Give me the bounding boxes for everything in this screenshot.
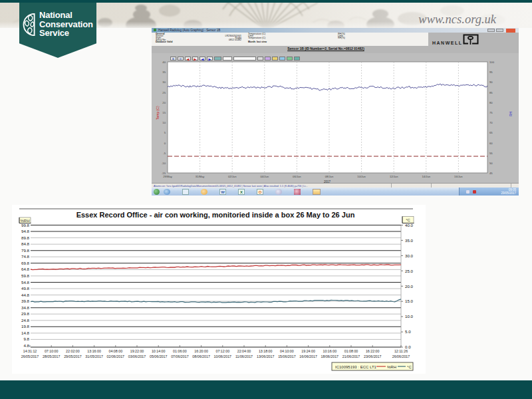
svg-text:04/Jun: 04/Jun	[261, 175, 269, 178]
svg-text:4.8: 4.8	[23, 343, 29, 348]
svg-text:15: 15	[162, 111, 166, 114]
svg-text:64.8: 64.8	[21, 267, 30, 271]
svg-text:9.8: 9.8	[23, 336, 29, 341]
svg-text:14/Jun: 14/Jun	[422, 175, 431, 178]
svg-text:15/06/2017: 15/06/2017	[278, 354, 296, 358]
svg-text:20.0: 20.0	[405, 284, 414, 289]
svg-text:04:10:00: 04:10:00	[280, 349, 294, 353]
svg-text:03/06/2017: 03/06/2017	[128, 354, 146, 358]
svg-text:31/May: 31/May	[196, 175, 205, 178]
svg-text:16:20:00: 16:20:00	[194, 349, 208, 353]
svg-text:40.0: 40.0	[405, 223, 414, 227]
svg-text:35: 35	[162, 70, 166, 74]
svg-text:50: 50	[489, 162, 493, 165]
svg-text:19:22:00: 19:22:00	[130, 349, 144, 353]
svg-text:01:06:00: 01:06:00	[173, 349, 187, 353]
svg-text:08/Jun: 08/Jun	[325, 175, 334, 178]
svg-text:13:16:00: 13:16:00	[87, 349, 101, 353]
svg-text:30.0: 30.0	[405, 253, 414, 258]
svg-text:26/06/2017: 26/06/2017	[392, 354, 410, 358]
svg-text:19:24:00: 19:24:00	[301, 349, 315, 353]
svg-text:°C: °C	[407, 365, 412, 369]
svg-text:23/06/2017: 23/06/2017	[364, 354, 382, 358]
svg-text:94.8: 94.8	[21, 229, 30, 233]
svg-text:69.8: 69.8	[21, 261, 30, 265]
svg-text:11/06/2017: 11/06/2017	[235, 354, 253, 358]
svg-text:-5: -5	[163, 152, 166, 155]
svg-text:%RH: %RH	[387, 365, 396, 369]
svg-text:34.8: 34.8	[21, 305, 30, 310]
svg-text:28/05/2017: 28/05/2017	[43, 354, 61, 358]
svg-text:20: 20	[162, 101, 166, 104]
svg-text:95: 95	[489, 70, 493, 74]
svg-text:74.8: 74.8	[21, 254, 30, 259]
svg-text:80: 80	[489, 101, 493, 104]
svg-text:39.8: 39.8	[21, 299, 30, 303]
svg-text:24.8: 24.8	[21, 318, 30, 323]
svg-text:19.8: 19.8	[21, 324, 30, 329]
svg-text:10/Jun: 10/Jun	[357, 175, 366, 178]
svg-text:100: 100	[489, 61, 495, 64]
svg-text:25.0: 25.0	[405, 269, 414, 273]
svg-text:10.0: 10.0	[405, 314, 414, 319]
svg-text:16/Jun: 16/Jun	[454, 175, 463, 178]
svg-text:07:10:00: 07:10:00	[45, 349, 59, 353]
svg-text:14:31:12: 14:31:12	[23, 349, 37, 353]
svg-text:12/Jun: 12/Jun	[390, 175, 398, 178]
svg-text:06/Jun: 06/Jun	[293, 175, 301, 178]
svg-text:22:02:00: 22:02:00	[66, 349, 80, 353]
svg-text:IC10095193 : ECC LT1: IC10095193 : ECC LT1	[335, 365, 377, 369]
svg-text:35.0: 35.0	[405, 238, 414, 243]
svg-text:45: 45	[489, 172, 493, 175]
svg-text:90: 90	[489, 80, 493, 84]
svg-text:°C: °C	[406, 218, 410, 222]
svg-text:10/06/2017: 10/06/2017	[214, 354, 232, 358]
svg-text:99.8: 99.8	[21, 223, 30, 227]
svg-text:RH: RH	[509, 111, 513, 116]
svg-text:01:08:00: 01:08:00	[344, 349, 358, 353]
svg-text:15.0: 15.0	[405, 299, 414, 303]
svg-text:29.8: 29.8	[21, 311, 30, 316]
svg-text:5: 5	[164, 131, 166, 134]
svg-text:08/06/2017: 08/06/2017	[192, 354, 210, 358]
svg-text:10:14:00: 10:14:00	[152, 349, 166, 353]
svg-text:59.8: 59.8	[21, 273, 30, 278]
svg-text:13/06/2017: 13/06/2017	[257, 354, 275, 358]
svg-text:31/05/2017: 31/05/2017	[85, 354, 103, 358]
svg-text:04:08:00: 04:08:00	[108, 349, 122, 353]
svg-text:02/06/2017: 02/06/2017	[107, 354, 125, 358]
svg-text:29/05/2017: 29/05/2017	[64, 354, 82, 358]
svg-text:70: 70	[489, 121, 493, 124]
svg-text:Essex Record Office - air con: Essex Record Office - air con working, m…	[76, 211, 355, 219]
svg-text:10: 10	[162, 121, 166, 124]
svg-text:16:22:00: 16:22:00	[366, 349, 380, 353]
svg-text:13:18:00: 13:18:00	[259, 349, 273, 353]
svg-text:07/06/2017: 07/06/2017	[171, 354, 189, 358]
svg-text:89.8: 89.8	[21, 235, 30, 240]
svg-text:40: 40	[162, 61, 166, 64]
svg-text:Temp (C): Temp (C)	[156, 106, 160, 120]
svg-text:79.8: 79.8	[21, 248, 30, 253]
svg-text:60: 60	[489, 142, 493, 145]
svg-text:55: 55	[489, 152, 493, 155]
svg-text:16/06/2017: 16/06/2017	[299, 354, 317, 358]
svg-text:02/Jun: 02/Jun	[228, 175, 237, 178]
svg-text:10:16:00: 10:16:00	[323, 349, 336, 353]
svg-text:22:04:00: 22:04:00	[237, 349, 251, 353]
svg-text:18/06/2017: 18/06/2017	[321, 354, 339, 358]
svg-text:54.8: 54.8	[21, 280, 30, 285]
svg-text:5.0: 5.0	[405, 329, 411, 334]
svg-text:85: 85	[489, 91, 493, 94]
svg-text:84.8: 84.8	[21, 241, 30, 246]
svg-text:21/06/2017: 21/06/2017	[342, 354, 360, 358]
svg-text:65: 65	[489, 131, 493, 134]
svg-text:44.8: 44.8	[21, 293, 30, 297]
svg-text:-10: -10	[162, 162, 166, 165]
svg-text:14.8: 14.8	[21, 331, 30, 335]
svg-text:49.8: 49.8	[21, 286, 30, 291]
svg-text:05/06/2017: 05/06/2017	[150, 354, 168, 358]
svg-text:75: 75	[489, 111, 493, 114]
svg-text:25: 25	[162, 91, 166, 94]
svg-text:12:11:26: 12:11:26	[394, 349, 408, 353]
svg-text:26/05/2017: 26/05/2017	[21, 354, 39, 358]
